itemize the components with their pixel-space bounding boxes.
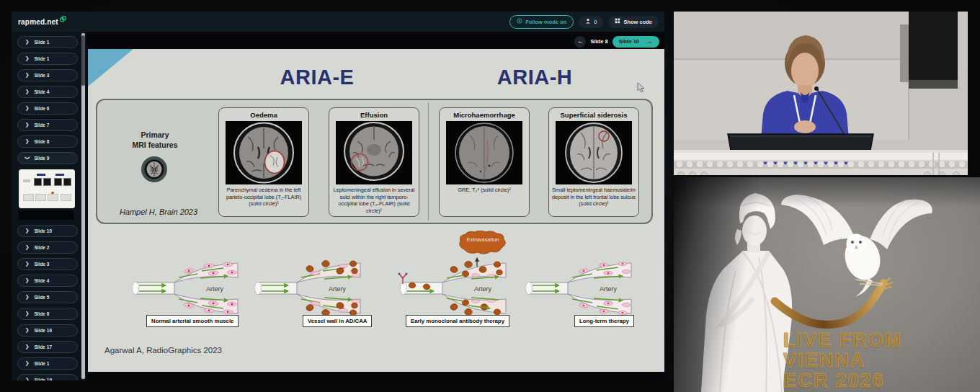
- brand-link-icon: [60, 12, 66, 25]
- sidebar-item[interactable]: Slide 4: [17, 275, 78, 287]
- chevron-right-icon: [25, 245, 29, 250]
- sidebar-item[interactable]: Slide 3: [17, 258, 78, 270]
- chevron-right-icon: [25, 278, 29, 283]
- sidebar-item-label: Slide 8: [34, 139, 49, 144]
- sidebar-item-label: Slide 5: [34, 295, 49, 300]
- sidebar-item-label: Slide 4: [34, 89, 49, 94]
- sidebar-item-label: Slide 16: [34, 328, 52, 333]
- sidebar-item-label: Slide 1: [34, 40, 49, 45]
- sidebar-item-label: Slide 6: [34, 311, 49, 316]
- viewer-count-button[interactable]: 0: [579, 16, 603, 28]
- arrow-left-icon: [577, 38, 584, 45]
- chevron-right-icon: [25, 328, 29, 333]
- card-caption: Small leptomeningeal haemosiderin deposi…: [552, 187, 636, 208]
- sidebar-item[interactable]: Slide 5: [17, 291, 78, 303]
- diagram-early-mab-artery: Artery: [396, 254, 509, 323]
- diagram-normal-artery: Artery: [128, 254, 241, 323]
- code-grid-icon: [615, 18, 620, 25]
- card-caption: Parenchymal oedema in the left parieto-o…: [222, 187, 306, 208]
- sidebar-item[interactable]: Slide 1: [17, 53, 78, 65]
- brain-icon: [141, 156, 168, 186]
- slide-corner-decoration: [88, 49, 133, 86]
- card-caption: GRE, T₂* (solid circle)²: [455, 187, 513, 194]
- prev-slide-label: Slide 8: [590, 38, 607, 45]
- thumb-title-mark: [37, 174, 45, 176]
- left-panel-heading: Primary MRI features: [97, 130, 213, 150]
- thumb-mri-mark: [54, 178, 62, 186]
- sidebar: Slide 1Slide 1Slide 3Slide 4Slide 6Slide…: [17, 36, 78, 380]
- chevron-right-icon: [25, 56, 29, 61]
- sidebar-item[interactable]: Slide 16: [17, 324, 78, 337]
- card-superficial-siderosis: Superficial siderosis Small leptomeninge…: [548, 107, 639, 217]
- chevron-right-icon: [25, 228, 29, 233]
- chevron-right-icon: [25, 73, 29, 78]
- presenter-video: [674, 12, 968, 175]
- ecr-2026-text: ECR 2026: [783, 370, 980, 391]
- thumb-diagram-mark: [23, 194, 34, 201]
- diagram-caption: Early monoclonal antibody therapy: [406, 315, 509, 327]
- scrollbar-thumb[interactable]: [81, 35, 85, 86]
- sidebar-item[interactable]: Slide 8: [17, 135, 78, 148]
- diagram-longterm-artery: Artery: [522, 254, 634, 323]
- thumb-diagram-mark: [61, 194, 71, 201]
- sidebar-item-label: Slide 10: [34, 228, 52, 233]
- sidebar-item[interactable]: Slide 1: [17, 36, 78, 48]
- sidebar-item[interactable]: Slide 9: [17, 152, 78, 164]
- arrow-right-icon: [646, 38, 653, 45]
- sidebar-item-label: Slide 6: [34, 106, 49, 111]
- show-code-button[interactable]: Show code: [608, 16, 659, 28]
- sidebar-item-label: Slide 7: [34, 122, 49, 128]
- sidebar-item-label: Slide 17: [34, 344, 52, 349]
- card-caption: Leptomeningeal effusion in several sulci…: [332, 187, 416, 215]
- card-title: Microhaemorrhage: [440, 111, 529, 119]
- follow-mode-button[interactable]: Follow mode on: [509, 15, 574, 29]
- sidebar-item[interactable]: Slide 2: [17, 241, 78, 254]
- sidebar-item[interactable]: Slide 6: [17, 308, 78, 320]
- chevron-right-icon: [25, 106, 29, 111]
- sidebar-item[interactable]: Slide 7: [17, 119, 78, 131]
- chevron-right-icon: [25, 344, 29, 349]
- microhaemorrhage-mri-image: [446, 121, 522, 184]
- sidebar-item[interactable]: Slide 4: [17, 86, 78, 98]
- diagram-caption: Normal arterial smooth muscle: [146, 315, 239, 327]
- thumb-mri-mark: [63, 178, 71, 186]
- slide-thumbnail-wrap[interactable]: [19, 169, 78, 220]
- chevron-right-icon: [25, 262, 29, 267]
- thumb-diagram-mark: [35, 194, 46, 201]
- chevron-right-icon: [25, 361, 29, 366]
- card-microhaemorrhage: Microhaemorrhage GRE, T₂* (solid circle)…: [439, 107, 530, 217]
- next-slide-button[interactable]: Slide 10: [612, 36, 659, 48]
- slide-9-thumbnail[interactable]: [19, 169, 75, 208]
- artery-label: Artery: [474, 285, 491, 293]
- sidebar-item[interactable]: Slide 10: [17, 225, 78, 237]
- slide-canvas: ARIA-E ARIA-H Primary MRI features: [88, 49, 664, 372]
- chevron-right-icon: [25, 40, 29, 45]
- chevron-right-icon: [25, 122, 29, 128]
- live-from-vienna-text: LIVE FROM VIENNA: [783, 330, 980, 370]
- follow-mode-icon: [517, 18, 522, 25]
- mri-features-panel: Primary MRI features Hampel H, Brain 202…: [96, 99, 653, 224]
- sidebar-scrollbar[interactable]: [81, 33, 85, 379]
- sidebar-item[interactable]: Slide 19: [17, 374, 78, 380]
- mouse-cursor: [637, 82, 646, 97]
- chevron-right-icon: [25, 295, 29, 300]
- sidebar-item-label: Slide 3: [34, 73, 49, 78]
- sidebar-item-label: Slide 19: [34, 378, 52, 380]
- app-header: rapmed.net Follow mode on 0: [12, 12, 664, 32]
- chevron-down-icon: [24, 156, 30, 160]
- chevron-right-icon: [25, 89, 29, 94]
- next-slide-label: Slide 10: [619, 38, 639, 45]
- slide-viewer: Slide 8 Slide 10 ARIA-E ARIA-H Primary M…: [86, 32, 664, 380]
- artery-label: Artery: [329, 285, 346, 293]
- sidebar-item[interactable]: Slide 17: [17, 341, 78, 353]
- sidebar-item-label: Slide 4: [34, 278, 49, 283]
- diagram-caption: Vessel wall in AD/CAA: [303, 315, 372, 327]
- sidebar-item[interactable]: Slide 3: [17, 69, 78, 81]
- thumb-caption-mark: [23, 179, 30, 182]
- diagram-caption: Long-term therapy: [574, 315, 634, 327]
- thumb-mri-mark: [34, 178, 42, 186]
- prev-slide-button[interactable]: [574, 36, 586, 48]
- sidebar-item[interactable]: Slide 1: [17, 357, 78, 370]
- card-title: Oedema: [219, 111, 308, 119]
- sidebar-item[interactable]: Slide 6: [17, 102, 78, 115]
